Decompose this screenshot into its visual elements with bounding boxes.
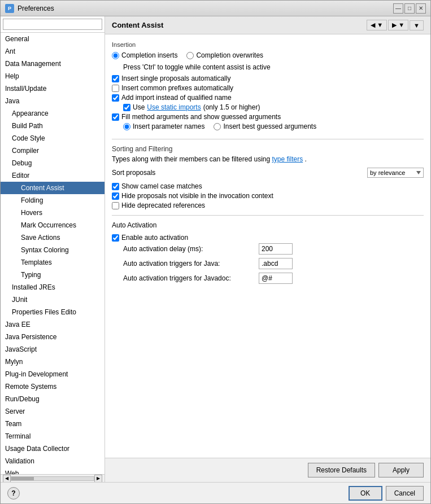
show-camel-checkbox[interactable]: Show camel case matches [112, 182, 424, 190]
use-static-imports-checkbox[interactable]: Use Use static imports (only 1.5 or high… [123, 103, 424, 111]
use-static-label: Use [133, 103, 145, 111]
sidebar-item-validation[interactable]: Validation [1, 455, 105, 467]
enable-auto-checkbox[interactable]: Enable auto activation [112, 234, 424, 242]
insert-single-checkbox[interactable]: Insert single proposals automatically [112, 74, 424, 82]
delay-input[interactable] [259, 243, 293, 255]
sidebar-item-folding[interactable]: Folding [1, 194, 105, 207]
sort-select[interactable]: by relevance alphabetically [367, 168, 424, 178]
sidebar-item-remote-systems[interactable]: Remote Systems [1, 380, 105, 393]
fill-method-checkbox[interactable]: Fill method arguments and show guessed a… [112, 113, 424, 121]
back-button[interactable]: ◀ ▼ [367, 20, 387, 30]
scroll-left-button[interactable]: ◀ [3, 475, 11, 483]
sidebar-item-installed-jres[interactable]: Installed JREs [1, 281, 105, 293]
insert-single-input[interactable] [112, 75, 119, 82]
sidebar-item-debug[interactable]: Debug [1, 157, 105, 169]
static-imports-link[interactable]: Use static imports [147, 103, 201, 111]
menu-button[interactable]: ▼ [410, 20, 424, 30]
sidebar-item-javascript[interactable]: JavaScript [1, 343, 105, 356]
completion-overwrites-radio[interactable]: Completion overwrites [186, 51, 263, 59]
sidebar-item-mark-occurrences[interactable]: Mark Occurrences [1, 219, 105, 231]
insert-best-input[interactable] [214, 123, 221, 130]
triggers-javadoc-label: Auto activation triggers for Javadoc: [123, 274, 259, 282]
sidebar-item-run-debug[interactable]: Run/Debug [1, 393, 105, 405]
sidebar-item-team[interactable]: Team [1, 418, 105, 430]
sidebar-item-syntax-coloring[interactable]: Syntax Coloring [1, 244, 105, 256]
sidebar-item-build-path[interactable]: Build Path [1, 120, 105, 132]
hide-not-visible-input[interactable] [112, 192, 119, 200]
sidebar-item-hovers[interactable]: Hovers [1, 207, 105, 219]
add-import-checkbox[interactable]: Add import instead of qualified name [112, 94, 424, 102]
sidebar-item-code-style[interactable]: Code Style [1, 132, 105, 144]
tree-area: GeneralAntData ManagementHelpInstall/Upd… [1, 33, 105, 474]
scroll-right-button[interactable]: ▶ [94, 475, 102, 483]
sidebar-item-server[interactable]: Server [1, 405, 105, 418]
sidebar-item-java-persistence[interactable]: Java Persistence [1, 331, 105, 343]
cancel-button[interactable]: Cancel [386, 486, 424, 501]
sidebar-item-usage-data-collector[interactable]: Usage Data Collector [1, 442, 105, 455]
insert-param-names-radio[interactable]: Insert parameter names [123, 122, 204, 130]
sidebar-item-editor[interactable]: Editor [1, 169, 105, 182]
maximize-button[interactable]: □ [404, 3, 415, 14]
sidebar-item-content-assist[interactable]: Content Assist [1, 182, 105, 194]
help-button[interactable]: ? [7, 487, 20, 499]
ctrl-toggle-note: Press 'Ctrl' to toggle while content ass… [123, 63, 424, 71]
sidebar-item-plug-in-development[interactable]: Plug-in Development [1, 368, 105, 380]
use-static-input[interactable] [123, 104, 130, 111]
hide-deprecated-input[interactable] [112, 202, 119, 209]
enable-auto-input[interactable] [112, 234, 119, 242]
sidebar-item-junit[interactable]: JUnit [1, 293, 105, 306]
footer-bar: ? OK Cancel [1, 482, 430, 503]
insert-arg-radios: Insert parameter names Insert best guess… [123, 122, 424, 132]
completion-overwrites-input[interactable] [186, 52, 194, 59]
completion-inserts-input[interactable] [112, 52, 119, 59]
triggers-java-label: Auto activation triggers for Java: [123, 260, 259, 268]
sidebar-item-help[interactable]: Help [1, 70, 105, 82]
delay-row: Auto activation delay (ms): [123, 243, 424, 255]
close-button[interactable]: ✕ [416, 3, 426, 14]
static-imports-note: (only 1.5 or higher) [203, 103, 260, 111]
sidebar-item-properties-files-editor[interactable]: Properties Files Edito [1, 306, 105, 318]
restore-defaults-button[interactable]: Restore Defaults [308, 463, 375, 477]
sidebar-item-general[interactable]: General [1, 33, 105, 45]
divider-1 [112, 139, 424, 139]
sidebar-item-save-actions[interactable]: Save Actions [1, 231, 105, 244]
insert-common-checkbox[interactable]: Insert common prefixes automatically [112, 84, 424, 92]
title-bar-left: P Preferences [5, 4, 54, 13]
insert-common-input[interactable] [112, 85, 119, 92]
completion-inserts-radio[interactable]: Completion inserts [112, 51, 177, 59]
forward-button[interactable]: ▶ ▼ [388, 20, 408, 30]
minimize-button[interactable]: — [393, 3, 403, 14]
add-import-input[interactable] [112, 94, 119, 102]
search-input[interactable] [3, 19, 102, 30]
triggers-java-input[interactable] [259, 258, 293, 269]
scroll-thumb[interactable] [11, 477, 34, 480]
type-filters-link[interactable]: type filters [272, 155, 303, 163]
completion-radio-group: Completion inserts Completion overwrites [112, 51, 424, 61]
insert-best-guessed-radio[interactable]: Insert best guessed arguments [214, 122, 316, 130]
sidebar-item-terminal[interactable]: Terminal [1, 430, 105, 442]
insert-param-input[interactable] [123, 123, 130, 130]
sidebar-item-appearance[interactable]: Appearance [1, 107, 105, 120]
sidebar-item-java-ee[interactable]: Java EE [1, 318, 105, 331]
fill-method-input[interactable] [112, 113, 119, 121]
hide-deprecated-checkbox[interactable]: Hide deprecated references [112, 201, 424, 209]
apply-button[interactable]: Apply [378, 463, 424, 477]
sidebar-item-mylyn[interactable]: Mylyn [1, 356, 105, 368]
sidebar-item-install-update[interactable]: Install/Update [1, 82, 105, 95]
sidebar-item-java[interactable]: Java [1, 95, 105, 107]
sidebar-scrollbar: ◀ ▶ [1, 474, 105, 482]
divider-2 [112, 215, 424, 216]
sidebar-item-data-management[interactable]: Data Management [1, 58, 105, 70]
insertion-label: Insertion [112, 41, 424, 48]
sidebar-item-templates[interactable]: Templates [1, 256, 105, 269]
triggers-javadoc-row: Auto activation triggers for Javadoc: [123, 273, 424, 284]
sidebar-item-ant[interactable]: Ant [1, 45, 105, 58]
hide-not-visible-checkbox[interactable]: Hide proposals not visible in the invoca… [112, 192, 424, 200]
sidebar-item-web[interactable]: Web [1, 467, 105, 474]
ok-button[interactable]: OK [349, 486, 382, 501]
sidebar-item-compiler[interactable]: Compiler [1, 144, 105, 157]
preferences-window: P Preferences — □ ✕ GeneralAntData Manag… [0, 0, 431, 504]
show-camel-input[interactable] [112, 183, 119, 190]
triggers-javadoc-input[interactable] [259, 273, 293, 284]
sidebar-item-typing[interactable]: Typing [1, 269, 105, 281]
